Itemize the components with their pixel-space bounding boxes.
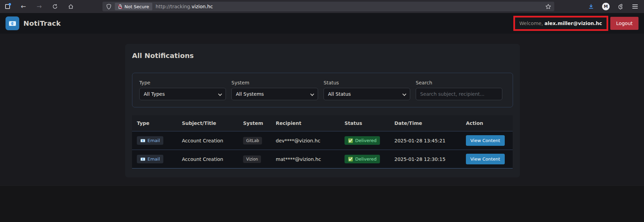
forward-icon: →	[36, 3, 43, 10]
view-content-button[interactable]: View Content	[466, 154, 505, 164]
notification-dot	[9, 3, 11, 5]
reload-icon[interactable]	[52, 3, 58, 10]
email-icon: 📧	[140, 138, 145, 143]
notifications-table: Type Subject/Title System Recipient Stat…	[132, 115, 513, 168]
logout-button[interactable]: Logout	[610, 17, 638, 30]
type-filter-select[interactable]: All Types	[139, 88, 226, 100]
filter-panel: Type All Types System All Systems Status	[132, 73, 513, 107]
account-avatar[interactable]: M	[602, 3, 610, 10]
chevron-down-icon	[310, 92, 314, 96]
user-email: alex.miller@vizion.hc	[545, 21, 602, 26]
chevron-down-icon	[218, 92, 222, 96]
system-badge: Vizion	[243, 155, 261, 163]
notifications-card: All Notifications Type All Types System …	[125, 44, 520, 177]
recipient-cell: dev****@vizion.hc	[271, 138, 340, 143]
subject-cell: Account Creation	[177, 156, 238, 162]
system-filter-label: System	[231, 80, 318, 85]
downloads-icon[interactable]	[588, 3, 594, 10]
back-icon[interactable]: ←	[20, 3, 27, 10]
chevron-down-icon	[402, 92, 406, 96]
shield-icon[interactable]	[105, 3, 112, 10]
email-icon: 📧	[140, 157, 145, 162]
status-filter-label: Status	[324, 80, 410, 85]
col-recipient: Recipient	[271, 120, 340, 126]
bookmark-star-icon[interactable]	[545, 3, 552, 10]
brand: 📧 NotiTrack	[6, 16, 61, 30]
col-datetime: Date/Time	[390, 120, 461, 126]
col-subject: Subject/Title	[177, 120, 238, 126]
status-badge: ✅Delivered	[345, 136, 380, 145]
table-row: 📧Email Account Creation GitLab dev****@v…	[132, 131, 513, 150]
security-label: Not Secure	[124, 4, 149, 9]
col-system: System	[238, 120, 271, 126]
lock-slash-icon	[118, 4, 122, 9]
browser-toolbar: ← →	[0, 0, 644, 13]
type-badge: 📧Email	[137, 155, 163, 163]
screen: ← →	[0, 0, 644, 222]
table-header-row: Type Subject/Title System Recipient Stat…	[132, 115, 513, 131]
url-bar[interactable]: Not Secure http://tracking.vizion.hc	[102, 2, 554, 11]
datetime-cell: 2025-01-28 12:30:15	[390, 156, 461, 162]
page-bottom	[0, 185, 644, 222]
page-title: All Notifications	[132, 51, 513, 60]
check-icon: ✅	[348, 138, 353, 143]
datetime-cell: 2025-01-28 13:45:21	[390, 138, 461, 143]
subject-cell: Account Creation	[177, 138, 238, 143]
url-text: http://tracking.vizion.hc	[156, 4, 213, 9]
app-header: 📧 NotiTrack Welcome, alex.miller@vizion.…	[0, 13, 644, 34]
type-filter-label: Type	[139, 80, 226, 85]
system-badge: GitLab	[243, 137, 262, 144]
check-icon: ✅	[348, 157, 353, 162]
table-row: 📧Email Account Creation Vizion mat****@v…	[132, 150, 513, 168]
search-input[interactable]	[416, 88, 502, 100]
col-status: Status	[340, 120, 390, 126]
view-content-button[interactable]: View Content	[466, 135, 505, 146]
system-filter-select[interactable]: All Systems	[231, 88, 318, 100]
welcome-user-highlighted: Welcome, alex.miller@vizion.hc	[513, 16, 608, 31]
app-logo-email-icon: 📧	[6, 16, 19, 30]
status-filter-select[interactable]: All Status	[324, 88, 410, 100]
home-icon[interactable]	[67, 3, 74, 10]
main-area: All Notifications Type All Types System …	[0, 34, 644, 185]
extensions-puzzle-icon[interactable]	[617, 3, 624, 10]
security-badge[interactable]: Not Secure	[115, 3, 152, 10]
recipient-cell: mat****@vizion.hc	[271, 156, 340, 162]
col-type: Type	[132, 120, 177, 126]
menu-icon[interactable]	[632, 3, 638, 10]
search-filter-label: Search	[416, 80, 502, 85]
type-badge: 📧Email	[137, 136, 163, 145]
col-action: Action	[461, 120, 513, 126]
tab-manager-icon[interactable]	[4, 3, 11, 10]
app-name: NotiTrack	[23, 19, 61, 27]
status-badge: ✅Delivered	[345, 155, 380, 163]
